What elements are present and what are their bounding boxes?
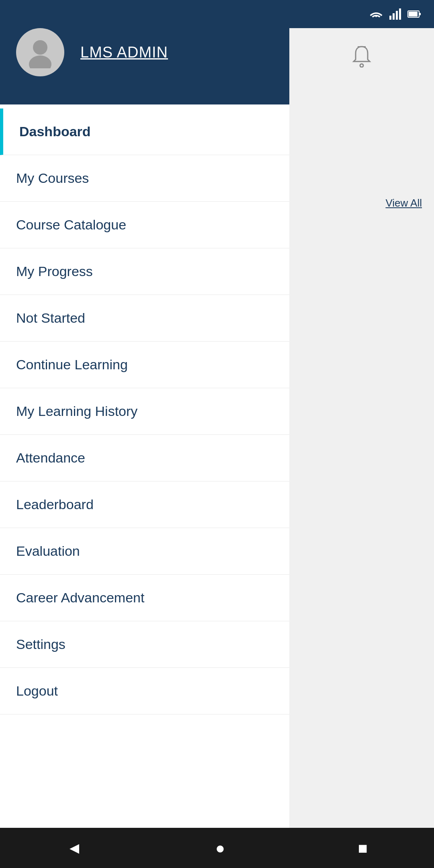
signal-icon: [389, 8, 401, 20]
nav-item-leaderboard[interactable]: Leaderboard: [0, 481, 289, 528]
svg-rect-7: [419, 13, 421, 15]
nav-drawer: LMS ADMIN Dashboard My Courses Course Ca…: [0, 0, 289, 868]
battery-icon: [407, 10, 422, 18]
nav-item-career-advancement[interactable]: Career Advancement: [0, 575, 289, 621]
nav-item-attendance[interactable]: Attendance: [0, 435, 289, 481]
svg-rect-2: [389, 16, 391, 20]
wifi-icon: [369, 8, 383, 20]
svg-rect-5: [399, 8, 401, 20]
nav-item-course-catalogue[interactable]: Course Catalogue: [0, 202, 289, 248]
avatar-image: [24, 36, 56, 68]
nav-item-logout[interactable]: Logout: [0, 668, 289, 714]
nav-item-my-progress[interactable]: My Progress: [0, 248, 289, 295]
bell-icon: [352, 45, 372, 68]
right-panel: View All: [289, 0, 434, 868]
recent-button[interactable]: ■: [358, 839, 367, 857]
nav-item-my-learning-history[interactable]: My Learning History: [0, 388, 289, 435]
notification-bell[interactable]: [346, 40, 378, 72]
nav-item-dashboard[interactable]: Dashboard: [0, 108, 289, 155]
svg-point-9: [33, 40, 47, 55]
nav-item-evaluation[interactable]: Evaluation: [0, 528, 289, 575]
bottom-nav: ◄ ● ■: [0, 828, 434, 868]
svg-point-10: [29, 55, 51, 68]
svg-rect-8: [409, 12, 418, 16]
status-icons-right: [369, 8, 422, 20]
nav-item-my-courses[interactable]: My Courses: [0, 155, 289, 202]
admin-name[interactable]: LMS ADMIN: [80, 44, 168, 61]
svg-rect-4: [396, 11, 398, 20]
home-button[interactable]: ●: [215, 839, 225, 857]
nav-item-settings[interactable]: Settings: [0, 621, 289, 668]
nav-items-container: Dashboard My Courses Course Catalogue My…: [0, 104, 289, 868]
back-button[interactable]: ◄: [66, 839, 82, 857]
nav-item-not-started[interactable]: Not Started: [0, 295, 289, 342]
avatar[interactable]: [16, 28, 64, 76]
svg-point-0: [360, 64, 363, 67]
view-all-link[interactable]: View All: [385, 197, 422, 209]
nav-item-continue-learning[interactable]: Continue Learning: [0, 342, 289, 388]
svg-rect-3: [393, 13, 395, 20]
drawer-header: LMS ADMIN: [0, 0, 289, 104]
